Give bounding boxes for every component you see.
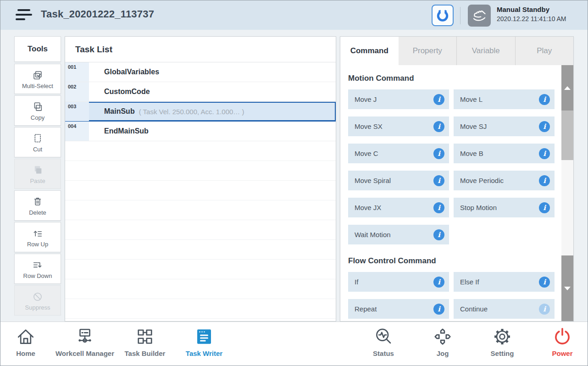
task-rows: 001 GlobalVariables 002 CustomCode 003 M… — [65, 62, 336, 322]
row-number: 002 — [65, 82, 89, 101]
command-button-wait-motion[interactable]: Wait Motion — [348, 225, 449, 244]
tab-command[interactable]: Command — [340, 37, 399, 65]
command-label: Move SJ — [460, 122, 487, 130]
info-icon[interactable] — [539, 304, 550, 315]
robot-mode-label: Manual Standby — [497, 6, 566, 13]
command-button-else-if[interactable]: Else If — [454, 272, 555, 292]
command-button-move-spiral[interactable]: Move Spiral — [348, 171, 449, 190]
info-icon[interactable] — [433, 277, 444, 288]
info-icon[interactable] — [539, 175, 550, 186]
gripper-icon — [435, 8, 450, 23]
command-button-move-periodic[interactable]: Move Periodic — [454, 171, 555, 190]
task-list-header: Task List — [65, 37, 336, 62]
nav-power[interactable]: Power — [523, 326, 588, 357]
info-icon[interactable] — [433, 202, 444, 213]
topbar-divider — [460, 7, 460, 24]
info-icon[interactable] — [539, 121, 550, 132]
tab-variable[interactable]: Variable — [456, 37, 515, 65]
command-button-repeat[interactable]: Repeat — [348, 299, 449, 319]
nav-label: Workcell Manager — [55, 349, 114, 357]
scroll-down-button[interactable] — [561, 255, 573, 321]
task-list-empty-row — [65, 240, 336, 260]
nav-label: Jog — [437, 349, 449, 357]
status-icon — [372, 326, 394, 348]
nav-task-writer[interactable]: Task Writer — [165, 326, 243, 357]
command-label: Move SX — [355, 122, 383, 130]
workcell-manager-icon — [74, 326, 96, 348]
section-title-motion: Motion Command — [348, 74, 555, 83]
info-icon[interactable] — [539, 277, 550, 288]
motion-command-grid: Move J Move L Move SX Move SJ Move C Mov… — [348, 89, 555, 244]
tool-suppress: Suppress — [14, 285, 61, 316]
command-label: Wait Motion — [355, 231, 391, 238]
nav-label: Setting — [491, 349, 514, 357]
info-icon[interactable] — [433, 175, 444, 186]
task-list-empty-row — [65, 260, 336, 279]
tool-copy[interactable]: Copy — [14, 95, 61, 126]
command-button-move-sx[interactable]: Move SX — [348, 116, 449, 136]
arrow-up-icon — [564, 86, 571, 90]
multi-select-icon — [31, 69, 44, 82]
tool-cut[interactable]: Cut — [14, 127, 61, 157]
task-list-empty-row — [65, 279, 336, 299]
row-down-icon — [31, 259, 44, 272]
row-name: CustomCode — [104, 88, 150, 96]
tool-row-up[interactable]: Row Up — [14, 222, 61, 252]
task-row-003[interactable]: 003 MainSub ( Task Vel. 250.000, Acc. 1.… — [65, 102, 336, 122]
datetime-label: 2020.12.22 11:41:10 AM — [497, 15, 566, 22]
manual-mode-button[interactable] — [468, 5, 491, 27]
command-button-stop-motion[interactable]: Stop Motion — [454, 198, 555, 217]
command-button-move-c[interactable]: Move C — [348, 144, 449, 163]
command-button-if[interactable]: If — [348, 272, 449, 292]
tool-delete[interactable]: Delete — [14, 190, 61, 221]
tool-row-down[interactable]: Row Down — [14, 254, 61, 284]
nav-label: Task Builder — [125, 349, 166, 357]
tool-label: Copy — [31, 114, 44, 121]
info-icon[interactable] — [433, 121, 444, 132]
command-button-move-jx[interactable]: Move JX — [348, 198, 449, 217]
command-button-continue[interactable]: Continue — [454, 299, 555, 319]
command-button-move-j[interactable]: Move J — [348, 89, 449, 109]
info-icon[interactable] — [433, 304, 444, 315]
power-icon — [551, 326, 573, 348]
task-row-001[interactable]: 001 GlobalVariables — [65, 62, 336, 82]
scrollbar-track[interactable] — [561, 160, 573, 255]
command-label: Move JX — [355, 204, 381, 211]
info-icon[interactable] — [539, 94, 550, 105]
task-list-empty-row — [65, 161, 336, 181]
nav-label: Task Writer — [186, 349, 222, 357]
task-list-empty-row — [65, 220, 336, 240]
nav-label: Home — [16, 349, 35, 357]
command-button-move-sj[interactable]: Move SJ — [454, 116, 555, 136]
command-button-move-b[interactable]: Move B — [454, 144, 555, 163]
command-panel-tabs: Command Property Variable Play — [340, 37, 573, 65]
suppress-icon — [31, 290, 44, 303]
tab-play[interactable]: Play — [515, 37, 574, 65]
copy-icon — [31, 100, 44, 113]
info-icon[interactable] — [539, 148, 550, 159]
info-icon[interactable] — [433, 229, 444, 240]
command-button-move-l[interactable]: Move L — [454, 89, 555, 109]
menu-icon[interactable] — [15, 8, 33, 22]
tool-multi-select[interactable]: Multi-Select — [14, 64, 61, 94]
info-icon[interactable] — [433, 94, 444, 105]
tab-property[interactable]: Property — [399, 37, 457, 65]
info-icon[interactable] — [433, 148, 444, 159]
scroll-up-button[interactable] — [561, 65, 573, 111]
task-row-004[interactable]: 004 EndMainSub — [65, 122, 336, 141]
scrollbar-thumb[interactable] — [561, 111, 573, 160]
command-label: Continue — [460, 305, 488, 313]
command-label: Stop Motion — [460, 204, 497, 211]
scrollbar — [561, 65, 573, 321]
gripper-button[interactable] — [432, 5, 454, 26]
teach-pendant-screen: Task_20201222_113737 Manual Standby 2020… — [0, 0, 588, 366]
page-title: Task_20201222_113737 — [41, 8, 154, 20]
command-label: Repeat — [355, 305, 377, 313]
task-builder-icon — [134, 326, 156, 348]
tools-sidebar: Tools Multi-Select Copy Cut Paste Delete… — [14, 36, 61, 317]
info-icon[interactable] — [539, 202, 550, 213]
task-row-002[interactable]: 002 CustomCode — [65, 82, 336, 102]
hand-icon — [471, 7, 488, 24]
section-title-flow-control: Flow Control Command — [348, 256, 555, 266]
paste-icon — [31, 164, 44, 177]
